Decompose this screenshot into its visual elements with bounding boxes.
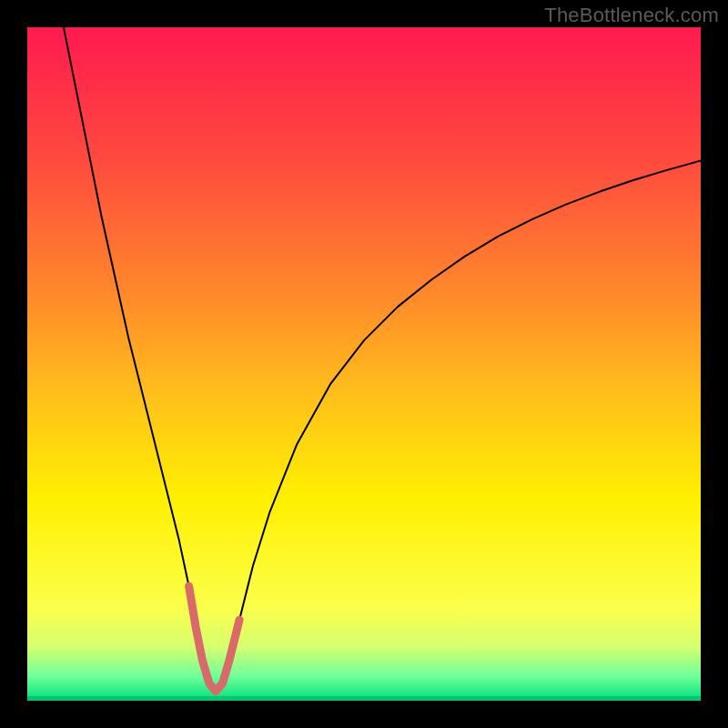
chart-svg bbox=[27, 27, 701, 701]
chart-background-gradient bbox=[27, 27, 701, 701]
watermark-text: TheBottleneck.com bbox=[544, 4, 719, 27]
baseline-green-strip bbox=[27, 696, 701, 701]
chart-container bbox=[27, 27, 701, 701]
svg-rect-0 bbox=[27, 696, 701, 701]
